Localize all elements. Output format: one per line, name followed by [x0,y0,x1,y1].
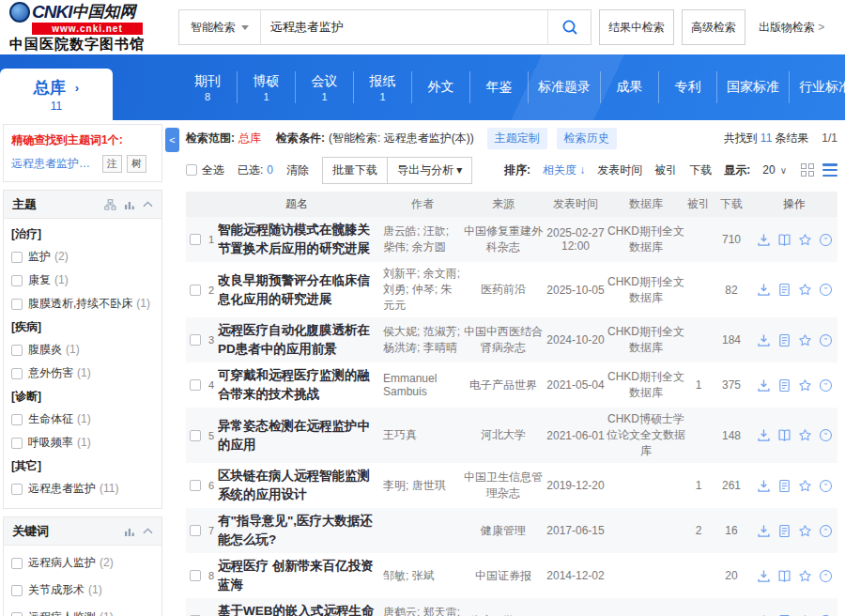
search-in-results-button[interactable]: 结果中检索 [599,9,674,45]
batch-download-button[interactable]: 批量下载 [322,157,388,184]
checkbox-icon[interactable] [11,558,23,569]
subject-filter-item[interactable]: 监护(2) [11,245,154,269]
cite-quote-icon[interactable]: ” [819,524,833,538]
row-source[interactable]: 中国修复重建外科杂志 [462,223,545,255]
cite-quote-icon[interactable]: ” [819,479,833,493]
subject-filter-item[interactable]: 意外伤害(1) [11,362,154,385]
sort-cited[interactable]: 被引 [654,162,677,178]
nav-item-行业标准[interactable]: 行业标准 [789,71,845,103]
chevron-up-icon[interactable] [143,528,153,534]
document-title-link[interactable]: 基于WEB的嵌入式远程生命体征信号监测 [218,602,376,616]
read-page-icon[interactable] [777,378,791,393]
bar-chart-icon[interactable] [124,526,135,537]
read-page-icon[interactable] [777,333,791,347]
note-button[interactable]: 注 [102,155,122,173]
document-title-link[interactable]: 改良早期预警评分在临床信息化应用的研究进展 [218,271,376,308]
read-page-icon[interactable] [777,524,791,538]
favorite-star-icon[interactable] [798,524,812,538]
sort-downloads[interactable]: 下载 [689,162,712,178]
document-title-link[interactable]: 可穿戴和远程医疗监测的融合带来的技术挑战 [218,366,376,403]
row-source[interactable]: 中国证券报 [462,568,545,584]
sidebar-collapse-button[interactable]: < [165,128,179,152]
favorite-star-icon[interactable] [798,333,812,347]
export-analyze-button[interactable]: 导出与分析 ▾ [388,157,472,184]
chevron-up-icon[interactable] [143,201,153,208]
row-select[interactable]: 2 [186,285,218,296]
checkbox-icon[interactable] [11,484,23,495]
search-history-button[interactable]: 检索历史 [557,128,617,149]
list-view-icon[interactable] [822,163,837,177]
read-book-icon[interactable] [777,233,791,247]
document-title-link[interactable]: 智能远程随访模式在髋膝关节置换术后应用的研究进展 [218,221,376,257]
download-icon[interactable] [757,569,771,583]
download-icon[interactable] [757,378,771,393]
download-icon[interactable] [757,428,771,442]
document-title-link[interactable]: 有"指导意见",医疗大数据还能怎么玩? [218,512,376,548]
select-all-checkbox[interactable]: 全选 [186,162,224,178]
cite-quote-icon[interactable]: ” [819,378,833,393]
row-authors[interactable]: Emmanuel Sambuis [383,372,462,398]
row-source[interactable]: 电子产品世界 [462,377,545,393]
document-title-link[interactable]: 远程医疗自动化腹膜透析在PD患者中的应用前景 [218,321,376,358]
favorite-star-icon[interactable] [798,233,812,247]
document-title-link[interactable]: 异常姿态检测在远程监护中的应用 [218,417,376,454]
search-button[interactable] [547,10,591,44]
search-mode-dropdown[interactable]: 智能检索 [179,10,261,44]
cite-quote-icon[interactable]: ” [819,569,833,583]
cite-quote-icon[interactable]: ” [819,333,833,347]
nav-item-外文[interactable]: 外文 [411,71,469,103]
row-source[interactable]: 河北大学 [462,427,545,443]
cite-quote-icon[interactable]: ” [819,428,833,442]
read-book-icon[interactable] [777,428,791,442]
subject-customize-button[interactable]: 主题定制 [487,128,547,149]
clear-selection-button[interactable]: 清除 [286,162,309,178]
nav-item-年鉴[interactable]: 年鉴 [469,71,528,103]
row-select[interactable]: 8 [186,570,218,581]
subject-filter-item[interactable]: 腹膜透析,持续不卧床(1) [11,292,154,316]
row-select[interactable]: 7 [186,525,218,536]
checkbox-icon[interactable] [11,252,23,263]
keyword-filter-item[interactable]: 远程病人监测(1) [11,604,154,616]
checkbox-icon[interactable] [190,570,201,581]
row-source[interactable]: 中国中西医结合肾病杂志 [462,324,545,356]
checkbox-icon[interactable] [11,612,23,616]
subject-filter-item[interactable]: 康复(1) [11,269,154,292]
subject-filter-item[interactable]: 远程患者监护(11) [11,477,154,500]
row-source[interactable]: 医药前沿 [462,282,545,298]
bar-chart-icon[interactable] [124,199,135,210]
checkbox-icon[interactable] [190,285,201,296]
subject-filter-item[interactable]: 呼吸频率(1) [11,431,154,454]
row-source[interactable]: 临床医学工程 [462,613,545,616]
cnki-logo[interactable]: CNKI 中国知网 www.cnki.net 中国医院数字图书馆 [0,1,178,54]
favorite-star-icon[interactable] [798,283,812,297]
nav-item-会议[interactable]: 会议1 [295,71,353,103]
nav-item-报纸[interactable]: 报纸1 [353,71,411,103]
row-authors[interactable]: 李明; 唐世琪 [383,478,462,494]
row-source[interactable]: 健康管理 [462,523,545,539]
sort-relevance[interactable]: 相关度 ↓ [543,162,585,178]
checkbox-icon[interactable] [190,525,201,536]
keyword-filter-item[interactable]: 关节成形术(1) [11,577,154,604]
checkbox-icon[interactable] [11,345,23,356]
checkbox-icon[interactable] [11,414,23,425]
checkbox-icon[interactable] [11,585,23,596]
checkbox-icon[interactable] [11,275,23,286]
row-source[interactable]: 中国卫生信息管理杂志 [462,470,545,501]
nav-item-期刊[interactable]: 期刊8 [178,71,237,103]
row-select[interactable]: 1 [186,234,218,245]
tree-view-icon[interactable] [104,199,116,210]
sort-publish-date[interactable]: 发表时间 [597,162,642,178]
row-authors[interactable]: 侯大妮; 范淑芳; 杨洪涛; 李晴晴 [383,324,462,356]
checkbox-icon[interactable] [190,379,201,391]
checkbox-icon[interactable] [190,430,201,441]
checkbox-icon[interactable] [11,438,23,449]
row-select[interactable]: 6 [186,480,218,491]
subject-filter-item[interactable]: 腹膜炎(1) [11,338,154,362]
row-select[interactable]: 4 [186,379,218,391]
row-select[interactable]: 3 [186,334,218,346]
row-authors[interactable]: 刘新平; 余文雨; 刘勇; 仲琴; 朱元元 [383,266,462,314]
checkbox-icon[interactable] [11,299,23,310]
nav-item-专利[interactable]: 专利 [658,71,716,103]
row-authors[interactable]: 唐鹤云; 郑天雷; 裴晓绪; 赵明龙 [383,605,462,616]
document-title-link[interactable]: 区块链在病人远程智能监测系统的应用设计 [218,467,376,503]
